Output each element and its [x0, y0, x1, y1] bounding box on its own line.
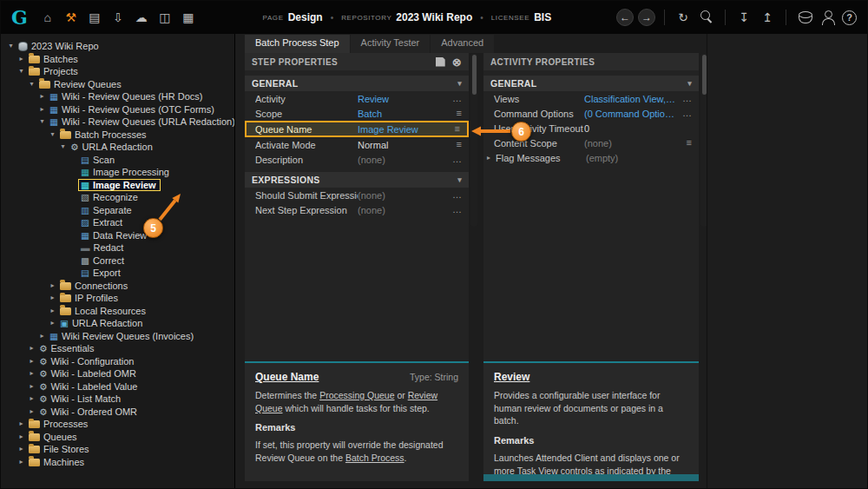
property-value[interactable]: Review [358, 94, 447, 104]
property-value[interactable]: Normal [358, 140, 451, 150]
property-row-should-submit-expression[interactable]: Should Submit Expression(none)… [245, 188, 469, 202]
property-row-activity[interactable]: ActivityReview… [245, 91, 469, 106]
property-value[interactable]: Image Review [358, 124, 450, 135]
upload-icon[interactable]: ↥ [758, 8, 777, 27]
expander-open-icon[interactable]: ▾ [48, 129, 57, 142]
property-value[interactable]: Classification View, Thu... [584, 94, 677, 104]
imports-icon[interactable]: ⇩ [108, 8, 128, 27]
expander-closed-icon[interactable]: ▸ [487, 154, 496, 162]
tree-item-wiki-list-match[interactable]: ▸⚙Wiki - List Match [1, 393, 234, 406]
processing-queue-link[interactable]: Processing Queue [319, 390, 394, 400]
expander-closed-icon[interactable]: ▸ [37, 103, 47, 116]
batches-icon[interactable]: ▤ [85, 8, 104, 27]
ellipsis-button[interactable]: … [682, 94, 692, 103]
tree-item-local-resources[interactable]: ▸Local Resources [1, 305, 234, 318]
tree-item-urla-redaction[interactable]: ▸▣URLA Redaction [1, 317, 234, 330]
expander-closed-icon[interactable]: ▸ [16, 456, 26, 469]
stats-icon[interactable]: ▦ [179, 8, 198, 27]
property-value[interactable]: Batch [358, 109, 451, 119]
tree-item-wiki-labeled-value[interactable]: ▸⚙Wiki - Labeled Value [1, 380, 234, 393]
tree-item-urla-redaction[interactable]: ▾⚙URLA Redaction [1, 141, 234, 154]
tree-item-wiki-review-queues-otc-forms[interactable]: ▸▦Wiki - Review Queues (OTC Forms) [1, 103, 234, 116]
expander-closed-icon[interactable]: ▸ [16, 431, 26, 444]
review-queues-icon[interactable]: ◫ [155, 8, 174, 27]
property-row-command-options[interactable]: Command Options(0 Command Options)… [483, 106, 699, 121]
tree-item-wiki-review-queues-urla-redaction[interactable]: ▾▦Wiki - Review Queues (URLA Redaction) [1, 116, 234, 129]
property-value[interactable]: (none) [358, 155, 447, 165]
tree-item-extract[interactable]: ▨Extract [1, 216, 234, 229]
cloud-icon[interactable]: ☁ [132, 8, 151, 27]
tree-item-wiki-review-queues-hr-docs[interactable]: ▸▦Wiki - Review Queues (HR Docs) [1, 90, 234, 103]
tree-item-machines[interactable]: ▸Machines [1, 456, 234, 469]
expander-closed-icon[interactable]: ▸ [27, 355, 36, 368]
tree-item-image-review[interactable]: ▦Image Review [1, 179, 234, 192]
tree-item-recognize[interactable]: ▧Recognize [1, 191, 234, 204]
expander-closed-icon[interactable]: ▸ [27, 406, 36, 419]
batch-process-link[interactable]: Batch Process [345, 453, 404, 463]
section-header-expressions[interactable]: EXPRESSIONS▾ [245, 172, 469, 188]
home-icon[interactable]: ⌂ [38, 8, 57, 27]
property-row-flag-messages[interactable]: ▸Flag Messages(empty) [483, 150, 699, 165]
expander-closed-icon[interactable]: ▸ [27, 367, 36, 380]
expander-closed-icon[interactable]: ▸ [27, 342, 36, 355]
help-icon[interactable]: ? [842, 10, 857, 25]
expander-open-icon[interactable]: ▾ [16, 65, 26, 78]
tree-item-connections[interactable]: ▸Connections [1, 280, 234, 293]
tree-item-separate[interactable]: ▥Separate [1, 204, 234, 217]
download-icon[interactable]: ↧ [734, 8, 753, 27]
tree-item-2023-wiki-repo[interactable]: ▾2023 Wiki Repo [1, 40, 234, 53]
expander-closed-icon[interactable]: ▸ [27, 380, 36, 393]
property-row-description[interactable]: Description(none)… [245, 152, 469, 167]
user-icon[interactable] [819, 8, 838, 27]
forward-icon[interactable]: → [638, 9, 655, 26]
property-value[interactable]: (0 Command Options) [584, 109, 677, 119]
expander-closed-icon[interactable]: ▸ [48, 317, 57, 330]
expander-open-icon[interactable]: ▾ [58, 141, 68, 154]
tree-item-image-processing[interactable]: ▦Image Processing [1, 166, 234, 179]
cancel-icon[interactable]: ⊗ [452, 56, 462, 68]
expander-closed-icon[interactable]: ▸ [37, 90, 47, 103]
step-panel-scrollbar[interactable] [470, 53, 477, 227]
expander-closed-icon[interactable]: ▸ [48, 280, 57, 293]
tree-item-batch-processes[interactable]: ▾Batch Processes [1, 129, 234, 142]
expander-closed-icon[interactable]: ▸ [16, 53, 26, 66]
expander-closed-icon[interactable]: ▸ [27, 393, 36, 406]
menu-icon[interactable]: ≡ [455, 124, 460, 134]
tree-item-processes[interactable]: ▸Processes [1, 418, 234, 431]
repository-value[interactable]: 2023 Wiki Repo [396, 11, 472, 23]
expander-open-icon[interactable]: ▾ [6, 40, 16, 53]
tree-item-export[interactable]: ▤Export [1, 267, 234, 280]
expander-closed-icon[interactable]: ▸ [37, 330, 47, 343]
expander-closed-icon[interactable]: ▸ [16, 418, 26, 431]
ellipsis-button[interactable]: … [452, 205, 462, 215]
property-row-activate-mode[interactable]: Activate ModeNormal≡ [245, 137, 469, 152]
property-value[interactable]: 0 [584, 123, 692, 134]
tree-item-queues[interactable]: ▸Queues [1, 431, 234, 444]
expander-closed-icon[interactable]: ▸ [16, 443, 26, 456]
menu-icon[interactable]: ≡ [457, 140, 462, 149]
tree-item-ip-profiles[interactable]: ▸IP Profiles [1, 292, 234, 305]
tree-item-essentials[interactable]: ▸⚙Essentials [1, 342, 234, 355]
tree-item-scan[interactable]: ▤Scan [1, 154, 234, 167]
menu-icon[interactable]: ≡ [457, 109, 462, 118]
refresh-icon[interactable]: ↻ [674, 8, 693, 27]
save-icon[interactable] [436, 57, 445, 67]
tree-item-file-stores[interactable]: ▸File Stores [1, 443, 234, 456]
property-value[interactable]: (empty) [586, 153, 692, 163]
menu-icon[interactable]: ≡ [687, 138, 692, 148]
tree-item-wiki-configuration[interactable]: ▸⚙Wiki - Configuration [1, 355, 234, 368]
property-value[interactable]: (none) [358, 190, 447, 201]
scrollbar-thumb[interactable] [472, 55, 477, 95]
scrollbar-thumb[interactable] [702, 55, 707, 95]
tree-item-redact[interactable]: ▬Redact [1, 241, 234, 254]
ellipsis-button[interactable]: … [682, 109, 692, 118]
page-value[interactable]: Design [288, 11, 323, 23]
expander-open-icon[interactable]: ▾ [37, 116, 47, 129]
property-row-scope[interactable]: ScopeBatch≡ [245, 106, 469, 121]
tree-item-data-review[interactable]: ▦Data Review [1, 229, 234, 242]
design-tools-icon[interactable]: ⚒ [62, 8, 81, 27]
expander-open-icon[interactable]: ▾ [27, 78, 36, 91]
tree-item-wiki-labeled-omr[interactable]: ▸⚙Wiki - Labeled OMR [1, 367, 234, 380]
section-header-general[interactable]: GENERAL▾ [245, 76, 469, 91]
tree-item-wiki-ordered-omr[interactable]: ▸⚙Wiki - Ordered OMR [1, 406, 234, 419]
